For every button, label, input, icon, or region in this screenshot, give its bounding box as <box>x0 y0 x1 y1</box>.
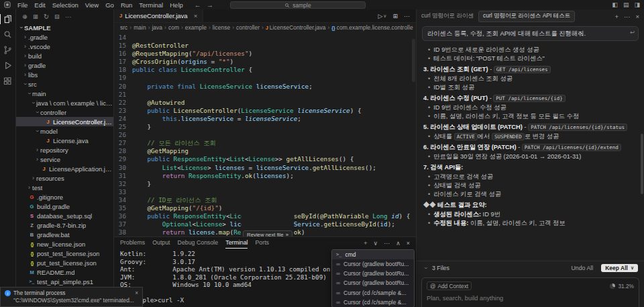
tree-item[interactable]: {}post_test_license.json <box>16 249 113 258</box>
new-file-icon[interactable]: ⊕ <box>22 13 28 20</box>
breadcrumb-item[interactable]: example <box>185 24 207 31</box>
breadcrumb-item[interactable]: {}com.example.license.controlle <box>331 24 413 31</box>
tree-item[interactable]: ›resources <box>16 173 113 183</box>
tree-item[interactable]: JLicense.java <box>16 136 113 145</box>
panel-more-icon[interactable]: ··· <box>384 240 390 247</box>
breadcrumb-item[interactable]: license <box>213 24 230 31</box>
breadcrumb-item[interactable]: JLicenseController.java <box>266 24 326 31</box>
search-icon[interactable] <box>0 27 16 42</box>
user-message[interactable]: 라이센스 등록, 수정, 조회 API에 대해 테스트를 진행해줘. ↩ <box>422 26 639 41</box>
menu-run[interactable]: Run <box>117 1 136 9</box>
tree-item[interactable]: Zgradle-8.7-bin.zip <box>16 220 113 230</box>
tree-item[interactable]: ›src <box>16 79 113 89</box>
maximize-panel-icon[interactable]: ∧ <box>396 240 400 247</box>
tree-item[interactable]: ›build <box>16 51 113 60</box>
tree-item[interactable]: ›SAMPLE <box>16 23 113 32</box>
toast-close-icon[interactable]: × <box>135 290 138 296</box>
panel-tab-ports[interactable]: Ports <box>255 237 269 249</box>
code-editor[interactable]: 1415@RestController16@RequestMapping("/a… <box>114 32 416 236</box>
tree-item[interactable]: Sdatabase_setup.sql <box>16 211 113 220</box>
menu-go[interactable]: Go <box>102 1 117 9</box>
menu-selection[interactable]: Selection <box>49 1 82 9</box>
tree-item[interactable]: >_test_api_simple.ps1 <box>16 277 113 286</box>
explorer-icon[interactable] <box>0 11 16 27</box>
chat-scrollbar[interactable] <box>641 134 643 194</box>
tree-item[interactable]: ›main <box>16 89 113 98</box>
terminal-session-item[interactable]: ∞Cursor (gradlew bootRu... <box>332 269 414 278</box>
dropdown-header-cmd[interactable]: >_ cmd <box>332 250 414 259</box>
nav-forward-icon[interactable]: → <box>207 1 213 9</box>
chat-input[interactable]: Plan, search, build anything <box>427 295 634 302</box>
tree-item[interactable]: ›model <box>16 126 113 136</box>
terminal-session-item[interactable]: ∞Cursor (gradlew bootRu... <box>332 259 414 269</box>
tree-item[interactable]: Gbuild.gradle <box>16 202 113 211</box>
chat-tab[interactable]: curl 명령어로 라이센 <box>421 12 474 20</box>
tree-item[interactable]: ›libs <box>16 70 113 79</box>
keep-all-dropdown-icon[interactable]: ∨ <box>631 265 634 271</box>
tree-item[interactable]: {}new_license.json <box>16 239 113 249</box>
run-debug-icon[interactable] <box>0 58 16 73</box>
new-terminal-icon[interactable]: + <box>364 240 367 247</box>
menu-file[interactable]: File <box>14 1 31 9</box>
menu-terminal[interactable]: Terminal <box>136 1 166 9</box>
terminal-dropdown-icon[interactable]: ∨ <box>374 240 378 247</box>
tree-item[interactable]: ›.gradle <box>16 32 113 42</box>
review-next-file-button[interactable]: Review next file» <box>243 230 292 236</box>
menu-edit[interactable]: Edit <box>31 1 48 9</box>
command-search-box[interactable]: sample <box>230 1 366 9</box>
split-editor-icon[interactable]: ⊞ <box>392 13 398 19</box>
chat-more-icon[interactable]: ··· <box>624 13 631 20</box>
tree-item[interactable]: ›gradle <box>16 60 113 70</box>
menu-help[interactable]: Help <box>166 1 186 9</box>
tree-item[interactable]: ›java \ com \ example \ license <box>16 98 113 107</box>
tree-item[interactable]: ›repository <box>16 145 113 155</box>
tree-item[interactable]: {}put_test_license.json <box>16 258 113 267</box>
tree-item[interactable]: G.gitignore <box>16 192 113 202</box>
breadcrumb-item[interactable]: src <box>120 24 127 31</box>
panel-tab-output[interactable]: Output <box>152 237 170 249</box>
files-count[interactable]: 3 Files <box>432 265 449 271</box>
close-chat-icon[interactable]: × <box>635 13 639 20</box>
menu-view[interactable]: View <box>82 1 102 9</box>
close-tab-icon[interactable]: × <box>194 12 198 19</box>
panel-tab-terminal[interactable]: Terminal <box>225 237 248 249</box>
chat-tab[interactable]: curl 명령어로 라이센스 API 테스트 <box>478 11 575 22</box>
refresh-icon[interactable]: ↻ <box>44 13 49 20</box>
editor-more-icon[interactable]: ··· <box>404 13 410 19</box>
chat-composer[interactable]: @ Add Context 31.2% Plan, search, build … <box>421 277 639 307</box>
terminal-session-item[interactable]: ∞Cursor (cd /c/sample &... <box>332 298 414 307</box>
new-chat-icon[interactable]: + <box>614 13 619 20</box>
nav-back-icon[interactable]: ← <box>195 1 201 9</box>
toggle-secondary-sidebar-icon[interactable]: ◨ <box>634 1 640 8</box>
tab-licensecontroller[interactable]: J LicenseController.java × <box>114 9 203 22</box>
breadcrumb-item[interactable]: main <box>133 24 146 31</box>
tree-item[interactable]: MREADME.md <box>16 267 113 277</box>
collapse-all-icon[interactable]: ⊟ <box>54 13 60 20</box>
breadcrumb-item[interactable]: java <box>152 24 162 31</box>
source-control-icon[interactable] <box>0 42 16 58</box>
keep-all-button[interactable]: Keep All ∨ <box>601 264 638 272</box>
add-context-button[interactable]: @ Add Context <box>427 281 472 290</box>
tree-item[interactable]: ›service <box>16 155 113 164</box>
run-java-button[interactable]: ▷∨ <box>378 13 386 19</box>
terminal-session-item[interactable]: ∞Cursor (gradlew bootRu... <box>332 278 414 288</box>
files-expand-icon[interactable]: › <box>423 265 429 271</box>
breadcrumb-item[interactable]: controller <box>236 24 260 31</box>
new-folder-icon[interactable]: ⊞ <box>33 13 38 20</box>
tree-item[interactable]: ›test <box>16 183 113 192</box>
tree-item[interactable]: Bgradlew.bat <box>16 230 113 239</box>
more-actions-icon[interactable]: ··· <box>65 13 72 20</box>
toggle-sidebar-icon[interactable]: ◧ <box>612 1 618 8</box>
tree-item[interactable]: ›.vscode <box>16 42 113 51</box>
breadcrumb-item[interactable]: com <box>168 24 179 31</box>
tree-item[interactable]: JLicenseController.java <box>16 117 113 126</box>
extensions-icon[interactable] <box>0 73 16 89</box>
toggle-panel-icon[interactable]: ▤ <box>623 1 629 8</box>
terminal-session-item[interactable]: ∞Cursor (cd /c/sample &... <box>332 288 414 298</box>
editor-scrollbar[interactable] <box>412 39 415 82</box>
close-panel-icon[interactable]: × <box>407 240 410 247</box>
undo-all-button[interactable]: Undo All <box>571 265 593 271</box>
run-dropdown-icon[interactable]: ∨ <box>383 13 386 19</box>
tree-item[interactable]: JLicenseApplication.java <box>16 164 113 173</box>
panel-tab-problems[interactable]: Problems <box>120 237 145 249</box>
